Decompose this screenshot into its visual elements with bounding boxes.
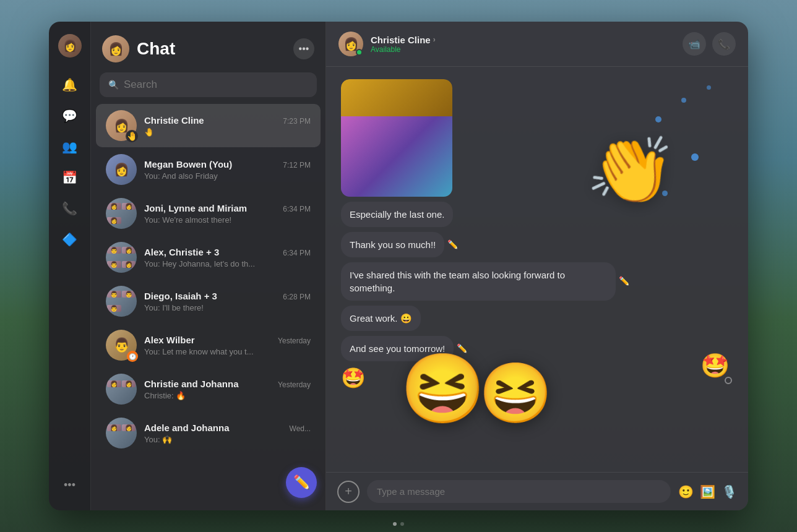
header-actions: 📹 📞 bbox=[683, 32, 736, 56]
contact-name: Christie and Johanna bbox=[144, 379, 239, 389]
chat-item[interactable]: 👩 Megan Bowen (You) 7:12 PM You: And als… bbox=[96, 148, 321, 191]
contact-name: Megan Bowen (You) bbox=[144, 159, 232, 169]
emoji-reaction: 🤩 bbox=[341, 366, 366, 390]
calendar-icon: 📅 bbox=[62, 170, 77, 185]
chat-item[interactable]: 👩👩 Christie and Johanna Yesterday Christ… bbox=[96, 367, 321, 411]
chat-info: Adele and Johanna Wed... You: 🙌 bbox=[144, 423, 311, 444]
chat-view-panel: 👩 Christie Cline › Available 📹 📞 bbox=[326, 22, 748, 510]
emoji-button[interactable]: 🙂 bbox=[678, 484, 694, 499]
clap-emoji: 👏 bbox=[583, 122, 680, 215]
avatar-wrap: 👨👩👨👩 bbox=[106, 242, 137, 273]
ellipsis-icon: ••• bbox=[299, 43, 309, 54]
chat-list-header: 👩 Chat ••• bbox=[91, 22, 325, 70]
image-button[interactable]: 🖼️ bbox=[700, 484, 715, 499]
page-dots bbox=[393, 522, 404, 526]
image-bottom bbox=[341, 116, 452, 197]
compose-button[interactable]: ✏️ bbox=[286, 467, 317, 498]
search-icon: 🔍 bbox=[108, 80, 119, 90]
message-bubble: And see you tomorrow! ✏️ bbox=[341, 336, 454, 361]
contact-status: Available bbox=[371, 45, 675, 54]
message-preview: You: Let me know what you t... bbox=[144, 347, 311, 356]
message-bubble: Thank you so much!! ✏️ bbox=[341, 232, 444, 257]
chat-item[interactable]: 👩👩👩 Joni, Lynne and Miriam 6:34 PM You: … bbox=[96, 192, 321, 235]
message-time: 6:34 PM bbox=[283, 249, 311, 257]
contact-name: Joni, Lynne and Miriam bbox=[144, 203, 247, 213]
sidebar-item-chat[interactable]: 💬 bbox=[56, 102, 84, 129]
search-input[interactable] bbox=[124, 79, 308, 91]
message-preview: You: And also Friday bbox=[144, 171, 311, 181]
wave-emoji: 🤚 bbox=[126, 130, 138, 142]
avatar-wrap: 👨 🕐 bbox=[106, 330, 137, 361]
message-preview: You: 🙌 bbox=[144, 435, 311, 444]
chat-info: Christie Cline 7:23 PM 🤚 bbox=[144, 115, 311, 137]
chat-bubble-icon: 💬 bbox=[62, 108, 77, 123]
chat-item[interactable]: 👩 🤚 Christie Cline 7:23 PM 🤚 bbox=[96, 104, 321, 147]
chat-item[interactable]: 👨 🕐 Alex Wilber Yesterday You: Let me kn… bbox=[96, 324, 321, 367]
chat-info: Megan Bowen (You) 7:12 PM You: And also … bbox=[144, 159, 311, 181]
sidebar-item-bell[interactable]: 🔔 bbox=[56, 71, 84, 98]
chat-item[interactable]: 👨👨👨 Diego, Isaiah + 3 6:28 PM You: I'll … bbox=[96, 280, 321, 323]
page-dot-2 bbox=[400, 522, 404, 526]
message-preview: You: I'll be there! bbox=[144, 303, 311, 312]
video-call-button[interactable]: 📹 bbox=[683, 32, 706, 56]
sidebar: 👩 🔔 💬 👥 📅 📞 🔷 ••• bbox=[49, 22, 91, 510]
messages-area: Especially the last one. Thank you so mu… bbox=[326, 67, 748, 472]
compose-icon: ✏️ bbox=[293, 474, 310, 491]
sidebar-more-button[interactable]: ••• bbox=[58, 473, 82, 498]
message-input-bar: + 🙂 🖼️ 🎙️ bbox=[326, 472, 748, 510]
plus-icon: + bbox=[345, 484, 352, 499]
chat-list-panel: 👩 Chat ••• 🔍 👩 🤚 Christie Cline bbox=[91, 22, 326, 510]
sidebar-item-calendar[interactable]: 📅 bbox=[56, 164, 84, 191]
sidebar-item-apps[interactable]: 🔷 bbox=[56, 226, 84, 253]
contact-avatar: 👩 bbox=[338, 32, 363, 56]
message-time: 7:12 PM bbox=[283, 161, 311, 169]
image-message bbox=[341, 79, 452, 197]
avatar-wrap: 👩👩 bbox=[106, 418, 137, 448]
chat-info: Christie and Johanna Yesterday Christie:… bbox=[144, 379, 311, 400]
phone-icon: 📞 bbox=[62, 201, 77, 216]
user-profile-avatar[interactable]: 👩 bbox=[102, 35, 129, 62]
laugh-emoji-large-2: 😆 bbox=[479, 364, 553, 423]
message-time: Wed... bbox=[290, 424, 311, 433]
message-time: 6:28 PM bbox=[283, 293, 311, 301]
chat-info: Alex, Christie + 3 6:34 PM You: Hey Joha… bbox=[144, 247, 311, 268]
avatar-wrap: 👩👩 bbox=[106, 374, 137, 405]
more-options-button[interactable]: ••• bbox=[293, 38, 314, 59]
chat-item[interactable]: 👩👩 Adele and Johanna Wed... You: 🙌 bbox=[96, 411, 321, 455]
sidebar-item-phone[interactable]: 📞 bbox=[56, 195, 84, 222]
emoji-overlay: 😆 😆 bbox=[400, 354, 553, 423]
right-emoji-reaction: 🤩 bbox=[700, 352, 730, 379]
add-button[interactable]: + bbox=[337, 481, 360, 503]
message-bubble: Especially the last one. bbox=[341, 202, 453, 227]
contact-name[interactable]: Christie Cline › bbox=[371, 35, 675, 45]
image-top bbox=[341, 79, 452, 116]
search-bar[interactable]: 🔍 bbox=[100, 72, 317, 97]
contact-name: Adele and Johanna bbox=[144, 423, 230, 433]
contact-name: Alex Wilber bbox=[144, 335, 195, 345]
online-indicator bbox=[356, 49, 363, 56]
edit-icon: ✏️ bbox=[457, 343, 467, 355]
emoji-circle-badge bbox=[725, 377, 732, 384]
message-preview: You: Hey Johanna, let's do th... bbox=[144, 259, 311, 268]
chat-list-title: Chat bbox=[137, 39, 286, 59]
message-preview: 🤚 bbox=[144, 127, 311, 137]
user-avatar[interactable]: 👩 bbox=[58, 34, 82, 58]
app-container: 👩 🔔 💬 👥 📅 📞 🔷 ••• 👩 Chat ••• bbox=[49, 22, 748, 510]
voice-call-button[interactable]: 📞 bbox=[712, 32, 736, 56]
contact-name: Alex, Christie + 3 bbox=[144, 247, 219, 257]
avatar-wrap: 👩👩👩 bbox=[106, 198, 137, 229]
message-input[interactable] bbox=[367, 480, 671, 503]
mic-button[interactable]: 🎙️ bbox=[722, 484, 737, 499]
contact-name: Diego, Isaiah + 3 bbox=[144, 291, 217, 301]
group-avatar: 👨👩👨👩 bbox=[106, 242, 137, 273]
group-avatar: 👨👨👨 bbox=[106, 286, 137, 317]
sidebar-item-people[interactable]: 👥 bbox=[56, 133, 84, 160]
chat-item[interactable]: 👨👩👨👩 Alex, Christie + 3 6:34 PM You: Hey… bbox=[96, 236, 321, 279]
phone-icon: 📞 bbox=[718, 38, 730, 50]
message-text: I've shared this with the team also look… bbox=[350, 270, 565, 293]
message-time: Yesterday bbox=[278, 380, 311, 389]
chat-info: Diego, Isaiah + 3 6:28 PM You: I'll be t… bbox=[144, 291, 311, 312]
message-text: Great work. 😀 bbox=[350, 313, 412, 324]
avatar-wrap: 👨👨👨 bbox=[106, 286, 137, 317]
avatar: 👨 🕐 bbox=[106, 330, 137, 361]
